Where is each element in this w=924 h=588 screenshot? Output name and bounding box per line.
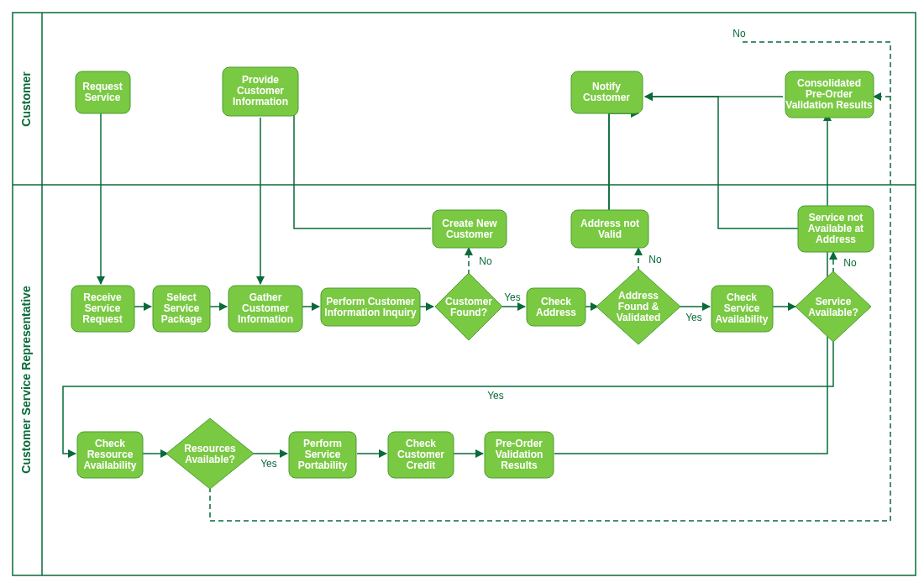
node-check-customer-credit: CheckCustomerCredit (388, 432, 454, 478)
node-receive-service-request: ReceiveServiceRequest (71, 286, 134, 332)
node-check-address: CheckAddress (527, 288, 585, 326)
svg-text:Service notAvailable atAddress: Service notAvailable atAddress (808, 212, 864, 245)
label-resavail-yes: Yes (260, 458, 277, 470)
lane-title-customer: Customer (19, 71, 33, 127)
edge-svcnotavail-to-notify (645, 97, 798, 228)
svg-text:Create NewCustomer: Create NewCustomer (442, 218, 497, 240)
svg-text:ReceiveServiceRequest: ReceiveServiceRequest (82, 291, 122, 325)
node-consolidated-results: ConsolidatedPre-OrderValidation Results (785, 71, 874, 118)
node-request-service: RequestService (76, 71, 130, 113)
flowchart-diagram: Customer Customer Service Representative… (0, 0, 924, 588)
node-customer-found: CustomerFound? (435, 273, 502, 340)
svg-text:CustomerFound?: CustomerFound? (445, 296, 492, 318)
node-gather-customer-info: GatherCustomerInformation (228, 286, 302, 332)
node-service-not-available: Service notAvailable atAddress (798, 206, 874, 252)
label-svcavail-no: No (843, 257, 857, 269)
edge-create-to-provide (294, 97, 431, 228)
svg-text:RequestService: RequestService (82, 81, 122, 103)
node-check-service-avail: CheckServiceAvailability (711, 286, 773, 332)
label-found-yes: Yes (504, 291, 521, 303)
edge-notvalid-to-notify-up (609, 113, 638, 210)
node-notify-customer: NotifyCustomer (571, 71, 643, 113)
svg-text:Perform CustomerInformation In: Perform CustomerInformation Inquiry (324, 296, 417, 318)
svg-text:ServiceAvailable?: ServiceAvailable? (808, 296, 858, 318)
label-resavail-no: No (732, 28, 746, 39)
node-perform-customer-inquiry: Perform CustomerInformation Inquiry (321, 288, 420, 326)
node-check-resource-avail: CheckResourceAvailability (77, 432, 143, 478)
svg-text:SelectServicePackage: SelectServicePackage (161, 291, 202, 325)
node-provide-customer-info: ProvideCustomerInformation (223, 67, 298, 116)
label-found-no: No (479, 255, 492, 267)
node-perform-service-portability: PerformServicePortability (289, 432, 356, 478)
svg-text:CheckAddress: CheckAddress (536, 296, 576, 318)
node-service-available: ServiceAvailable? (795, 271, 871, 342)
svg-text:AddressFound &Validated: AddressFound &Validated (617, 290, 661, 323)
label-validated-yes: Yes (685, 312, 702, 323)
svg-text:ResourcesAvailable?: ResourcesAvailable? (184, 443, 236, 465)
svg-text:PerformServicePortability: PerformServicePortability (298, 438, 348, 471)
label-svcavail-yes: Yes (487, 390, 504, 402)
svg-text:Pre-OrderValidationResults: Pre-OrderValidationResults (496, 438, 543, 471)
lane-title-csr: Customer Service Representative (19, 286, 33, 474)
label-validated-no: No (648, 254, 662, 265)
node-preorder-validation-results: Pre-OrderValidationResults (485, 432, 554, 478)
node-address-validated: AddressFound &Validated (596, 269, 680, 344)
edge-preorder-to-consolidated (554, 113, 827, 454)
node-address-not-valid: Address notValid (571, 210, 648, 248)
node-resources-available: ResourcesAvailable? (166, 418, 254, 489)
node-create-new-customer: Create NewCustomer (433, 210, 507, 248)
node-select-service-package: SelectServicePackage (153, 286, 210, 332)
